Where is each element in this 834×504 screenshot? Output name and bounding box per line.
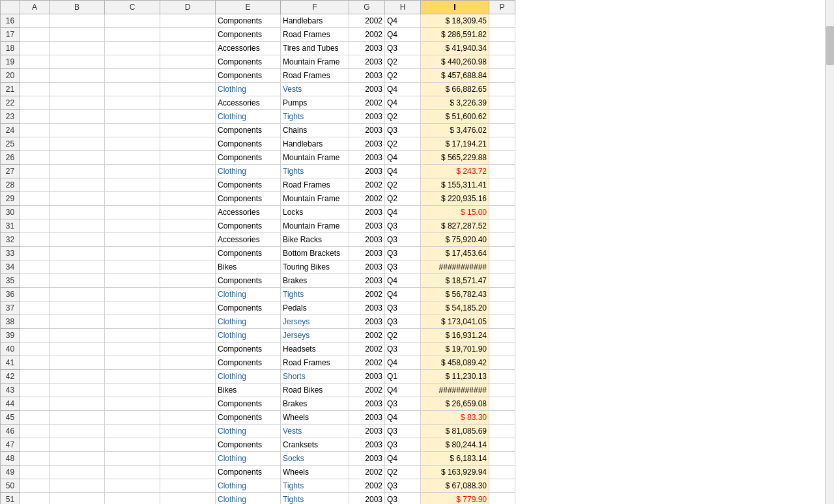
cell-B[interactable] xyxy=(50,288,105,301)
cell-P[interactable] xyxy=(489,384,515,397)
cell-quarter[interactable]: Q3 xyxy=(385,493,421,505)
cell-category[interactable]: Components xyxy=(216,274,281,288)
cell-category[interactable]: Bikes xyxy=(216,260,281,274)
cell-C[interactable] xyxy=(105,411,160,425)
cell-B[interactable] xyxy=(50,260,105,274)
cell-category[interactable]: Components xyxy=(216,247,281,260)
cell-A[interactable] xyxy=(20,151,50,165)
cell-quarter[interactable]: Q3 xyxy=(385,219,421,233)
cell-value[interactable]: $ 163,929.94 xyxy=(421,466,489,479)
cell-year[interactable]: 2003 xyxy=(349,151,385,165)
cell-quarter[interactable]: Q2 xyxy=(385,329,421,343)
cell-C[interactable] xyxy=(105,466,160,479)
cell-B[interactable] xyxy=(50,301,105,315)
cell-category[interactable]: Clothing xyxy=(216,425,281,438)
cell-B[interactable] xyxy=(50,55,105,69)
cell-D[interactable] xyxy=(160,274,216,288)
cell-A[interactable] xyxy=(20,96,50,110)
cell-D[interactable] xyxy=(160,466,216,479)
cell-P[interactable] xyxy=(489,110,515,124)
cell-A[interactable] xyxy=(20,178,50,192)
cell-product[interactable]: Shorts xyxy=(281,370,349,384)
cell-P[interactable] xyxy=(489,315,515,329)
cell-quarter[interactable]: Q3 xyxy=(385,301,421,315)
cell-B[interactable] xyxy=(50,466,105,479)
cell-A[interactable] xyxy=(20,124,50,137)
cell-A[interactable] xyxy=(20,438,50,452)
cell-A[interactable] xyxy=(20,14,50,28)
cell-quarter[interactable]: Q4 xyxy=(385,165,421,178)
cell-quarter[interactable]: Q3 xyxy=(385,247,421,260)
scrollbar-thumb[interactable] xyxy=(826,26,834,65)
cell-D[interactable] xyxy=(160,315,216,329)
cell-D[interactable] xyxy=(160,329,216,343)
cell-B[interactable] xyxy=(50,165,105,178)
col-header-E[interactable]: E xyxy=(216,1,281,14)
cell-year[interactable]: 2003 xyxy=(349,206,385,219)
cell-P[interactable] xyxy=(489,219,515,233)
cell-value[interactable]: $ 80,244.14 xyxy=(421,438,489,452)
cell-product[interactable]: Road Frames xyxy=(281,28,349,42)
cell-A[interactable] xyxy=(20,315,50,329)
cell-B[interactable] xyxy=(50,315,105,329)
cell-C[interactable] xyxy=(105,247,160,260)
cell-P[interactable] xyxy=(489,329,515,343)
cell-C[interactable] xyxy=(105,425,160,438)
cell-quarter[interactable]: Q2 xyxy=(385,110,421,124)
cell-value[interactable]: $ 17,194.21 xyxy=(421,137,489,151)
cell-D[interactable] xyxy=(160,411,216,425)
cell-value[interactable]: $ 458,089.42 xyxy=(421,356,489,370)
cell-category[interactable]: Components xyxy=(216,55,281,69)
cell-quarter[interactable]: Q2 xyxy=(385,137,421,151)
cell-P[interactable] xyxy=(489,192,515,206)
cell-A[interactable] xyxy=(20,466,50,479)
cell-product[interactable]: Locks xyxy=(281,206,349,219)
cell-C[interactable] xyxy=(105,96,160,110)
cell-quarter[interactable]: Q3 xyxy=(385,124,421,137)
cell-P[interactable] xyxy=(489,274,515,288)
cell-A[interactable] xyxy=(20,479,50,493)
cell-category[interactable]: Clothing xyxy=(216,493,281,505)
cell-quarter[interactable]: Q4 xyxy=(385,206,421,219)
cell-A[interactable] xyxy=(20,343,50,356)
col-header-D[interactable]: D xyxy=(160,1,216,14)
cell-year[interactable]: 2003 xyxy=(349,397,385,411)
cell-value[interactable]: $ 17,453.64 xyxy=(421,247,489,260)
cell-value[interactable]: $ 18,571.47 xyxy=(421,274,489,288)
cell-value[interactable]: $ 56,782.43 xyxy=(421,288,489,301)
cell-B[interactable] xyxy=(50,83,105,96)
cell-quarter[interactable]: Q3 xyxy=(385,438,421,452)
cell-C[interactable] xyxy=(105,69,160,83)
cell-quarter[interactable]: Q2 xyxy=(385,55,421,69)
cell-B[interactable] xyxy=(50,274,105,288)
cell-year[interactable]: 2003 xyxy=(349,438,385,452)
cell-C[interactable] xyxy=(105,192,160,206)
cell-category[interactable]: Accessories xyxy=(216,96,281,110)
cell-C[interactable] xyxy=(105,397,160,411)
cell-C[interactable] xyxy=(105,206,160,219)
cell-year[interactable]: 2003 xyxy=(349,42,385,55)
cell-value[interactable]: $ 19,701.90 xyxy=(421,343,489,356)
cell-C[interactable] xyxy=(105,370,160,384)
cell-product[interactable]: Chains xyxy=(281,124,349,137)
cell-D[interactable] xyxy=(160,356,216,370)
cell-D[interactable] xyxy=(160,28,216,42)
cell-A[interactable] xyxy=(20,329,50,343)
cell-quarter[interactable]: Q4 xyxy=(385,96,421,110)
cell-C[interactable] xyxy=(105,493,160,505)
cell-P[interactable] xyxy=(489,438,515,452)
cell-product[interactable]: Headsets xyxy=(281,343,349,356)
cell-C[interactable] xyxy=(105,274,160,288)
cell-year[interactable]: 2003 xyxy=(349,69,385,83)
cell-product[interactable]: Pumps xyxy=(281,96,349,110)
cell-C[interactable] xyxy=(105,301,160,315)
cell-category[interactable]: Clothing xyxy=(216,83,281,96)
cell-C[interactable] xyxy=(105,343,160,356)
cell-year[interactable]: 2002 xyxy=(349,96,385,110)
cell-C[interactable] xyxy=(105,452,160,466)
cell-quarter[interactable]: Q4 xyxy=(385,356,421,370)
cell-year[interactable]: 2002 xyxy=(349,192,385,206)
cell-P[interactable] xyxy=(489,411,515,425)
cell-category[interactable]: Clothing xyxy=(216,315,281,329)
cell-P[interactable] xyxy=(489,206,515,219)
